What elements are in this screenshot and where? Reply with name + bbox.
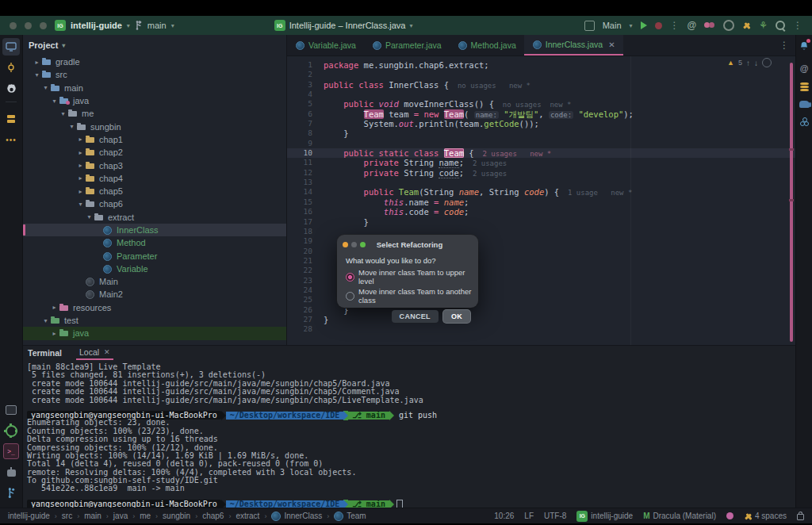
terminal-output[interactable]: [main 88c1ea9] Live Template 5 files cha…	[23, 360, 795, 508]
collapse-arrow-icon[interactable]: ▾	[59, 110, 67, 117]
project-tool-icon[interactable]	[2, 38, 20, 56]
tree-item[interactable]: ▸chap3	[23, 159, 286, 171]
theme-widget[interactable]: M Dracula (Material)	[643, 512, 716, 520]
tree-item[interactable]: ▸chap4	[23, 172, 286, 185]
ok-button[interactable]: OK	[443, 310, 470, 323]
color-dot-icon[interactable]	[726, 512, 733, 519]
cursor-position[interactable]: 10:26	[494, 512, 514, 520]
code-line[interactable]: 3public class InnerClass { no usages new…	[287, 80, 795, 90]
search-everywhere-icon[interactable]	[776, 21, 785, 30]
branch-name[interactable]: main	[147, 21, 167, 30]
radio-option-another-class[interactable]: Move inner class Team to another class	[337, 286, 478, 305]
code-line[interactable]: 28	[287, 324, 795, 334]
collapse-arrow-icon[interactable]: ▾	[33, 71, 41, 79]
code-line[interactable]: 12 private String code; 2 usages	[287, 168, 795, 178]
terminal-tool-icon[interactable]: >_	[2, 443, 20, 460]
code-line[interactable]: 4	[287, 90, 795, 99]
profiler-icon[interactable]: @	[688, 20, 697, 31]
breadcrumb-item[interactable]: main	[84, 512, 102, 520]
breadcrumb-item[interactable]: extract	[236, 512, 259, 520]
radio-option-upper-level[interactable]: Move inner class Team to upper level	[337, 267, 478, 286]
code-line[interactable]: 10 public static class Team { 2 usages n…	[287, 148, 795, 158]
maximize-window-icon[interactable]	[40, 22, 47, 29]
run-button[interactable]	[641, 21, 647, 29]
code-line[interactable]: 7 System.out.println(team.getCode());	[287, 119, 795, 128]
github-tool-icon[interactable]	[2, 79, 20, 97]
notifications-bell-icon[interactable]	[799, 40, 809, 54]
expand-arrow-icon[interactable]: ▸	[50, 330, 59, 337]
expand-arrow-icon[interactable]: ▸	[76, 149, 85, 156]
commit-tool-icon[interactable]	[2, 59, 20, 76]
breadcrumb-item[interactable]: Team	[334, 512, 366, 521]
expand-arrow-icon[interactable]: ▸	[76, 162, 85, 169]
more-tools-icon[interactable]: •••	[2, 131, 20, 148]
editor-scrollbar[interactable]	[790, 63, 793, 342]
editor-tab[interactable]: InnerClass.java✕	[524, 35, 623, 56]
git-tool-icon[interactable]	[2, 484, 20, 501]
tree-item[interactable]: Variable	[23, 262, 286, 275]
code-area[interactable]: 1package me.sungbin.chap6.extract;23publ…	[287, 56, 795, 345]
run-tool-icon[interactable]	[2, 401, 20, 419]
indent-widget[interactable]: 4 spaces	[744, 512, 787, 520]
minimize-window-icon[interactable]	[25, 22, 32, 29]
lock-icon[interactable]	[797, 514, 804, 520]
tree-item[interactable]: ▾chap6	[23, 197, 286, 210]
breadcrumb-item[interactable]: chap6	[202, 512, 224, 520]
breadcrumb-item[interactable]: sungbin	[163, 512, 190, 520]
code-line[interactable]: 16 this.code = code;	[287, 207, 795, 217]
code-line[interactable]: 1package me.sungbin.chap6.extract;	[287, 60, 795, 70]
tree-item[interactable]: Main	[23, 275, 286, 288]
project-name[interactable]: intellij-guide	[71, 21, 122, 30]
code-line[interactable]: 5 public void moveInnerClass() { no usag…	[287, 99, 795, 109]
tree-item[interactable]: Main2	[23, 288, 286, 301]
tree-item[interactable]: ▸chap1	[23, 133, 286, 146]
tree-item[interactable]: ▾extract	[23, 211, 286, 224]
tree-item[interactable]: ▾sungbin	[23, 120, 286, 132]
more-run-actions-icon[interactable]: ⋮	[670, 21, 680, 29]
dialog-close-icon[interactable]	[343, 242, 348, 247]
tree-item[interactable]: InnerClass	[23, 224, 286, 236]
structure-tool-icon[interactable]	[2, 110, 20, 128]
breadcrumb-item[interactable]: me	[140, 512, 151, 520]
cancel-button[interactable]: CANCEL	[392, 310, 439, 323]
terminal-cursor[interactable]	[396, 500, 403, 508]
collapse-arrow-icon[interactable]: ▾	[41, 84, 50, 91]
close-icon[interactable]: ✕	[104, 348, 110, 356]
close-tab-icon[interactable]: ✕	[608, 40, 615, 49]
next-issue-icon[interactable]: ↓	[754, 59, 758, 67]
collapse-arrow-icon[interactable]: ▾	[76, 201, 85, 208]
prev-issue-icon[interactable]: ↑	[746, 59, 750, 67]
code-line[interactable]: 15 this.name = name;	[287, 197, 795, 207]
more-actions-icon[interactable]: ⋮	[793, 21, 802, 29]
record-icon[interactable]	[723, 20, 734, 31]
breadcrumb-item[interactable]: intellij-guide	[8, 512, 50, 520]
collapse-arrow-icon[interactable]: ▾	[67, 123, 76, 130]
expand-arrow-icon[interactable]: ▸	[76, 188, 85, 195]
terminal-tab-local[interactable]: Local ✕	[76, 347, 113, 360]
radio-selected-icon[interactable]	[346, 273, 354, 282]
code-line[interactable]: 9	[287, 139, 795, 148]
plant-icon[interactable]: ⚘	[759, 20, 768, 31]
breadcrumb-item[interactable]: java	[113, 512, 128, 520]
file-encoding[interactable]: UTF-8	[544, 512, 566, 520]
code-line[interactable]: 2	[287, 70, 795, 79]
radio-unselected-icon[interactable]	[346, 292, 354, 301]
tree-item[interactable]: ▸chap2	[23, 146, 286, 159]
project-panel-title[interactable]: Project	[29, 40, 58, 50]
expand-arrow-icon[interactable]: ▸	[76, 136, 85, 143]
breadcrumb-item[interactable]: src	[62, 512, 72, 520]
collapse-arrow-icon[interactable]: ▾	[85, 213, 94, 220]
editor-tab[interactable]: Parameter.java	[364, 35, 450, 56]
tree-item[interactable]: ▾java	[23, 94, 286, 107]
editor-tab[interactable]: Variable.java	[287, 35, 364, 56]
run-config-name[interactable]: Main	[603, 21, 622, 30]
editor[interactable]: Variable.javaParameter.javaMethod.javaIn…	[287, 35, 795, 345]
editor-tab[interactable]: Method.java	[450, 35, 524, 56]
code-with-me-icon[interactable]	[704, 21, 715, 29]
gradle-icon[interactable]	[799, 101, 810, 108]
terminal-panel[interactable]: Terminal Local ✕ [main 88c1ea9] Live Tem…	[23, 345, 795, 508]
breadcrumb-item[interactable]: InnerClass	[271, 512, 322, 521]
code-line[interactable]: 11 private String name; 2 usages	[287, 158, 795, 167]
expand-arrow-icon[interactable]: ▸	[50, 304, 59, 311]
services-gear-icon[interactable]	[2, 422, 20, 439]
